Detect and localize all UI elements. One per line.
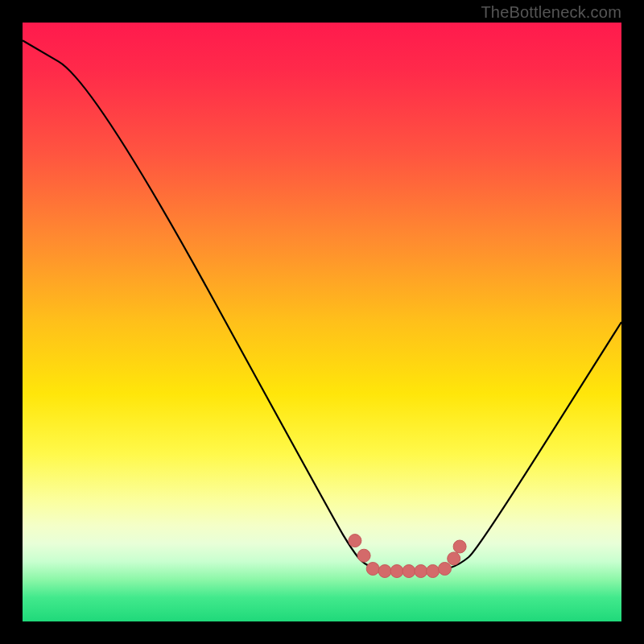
trough-marker xyxy=(415,565,427,578)
attribution-text: TheBottleneck.com xyxy=(481,3,621,22)
trough-marker xyxy=(366,563,379,576)
bottleneck-curve xyxy=(23,40,621,571)
trough-markers xyxy=(349,535,466,578)
trough-marker xyxy=(453,540,466,553)
trough-marker xyxy=(448,552,460,565)
plot-area xyxy=(23,23,621,621)
trough-marker xyxy=(357,549,370,562)
chart-frame: TheBottleneck.com xyxy=(0,0,644,644)
trough-marker xyxy=(427,565,440,578)
trough-marker xyxy=(402,565,415,578)
trough-marker xyxy=(439,563,452,576)
bottleneck-curve-svg xyxy=(23,23,621,621)
trough-marker xyxy=(390,565,403,578)
trough-marker xyxy=(349,535,361,547)
trough-marker xyxy=(378,565,391,578)
